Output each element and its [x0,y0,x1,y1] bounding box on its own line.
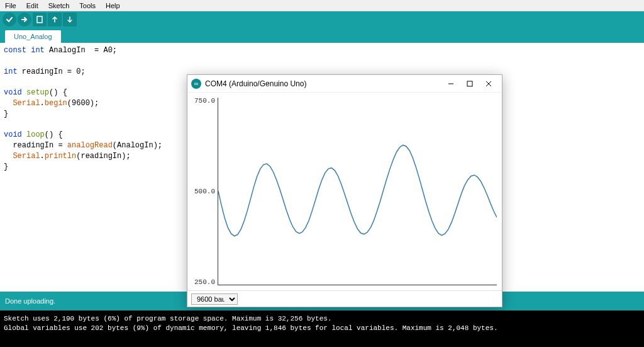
code-token: readingIn = 0; [18,67,86,76]
plot-y-axis: 750.0 500.0 250.0 [189,93,218,290]
code-token: . [40,152,45,161]
code-token: void [4,88,22,97]
code-token: const [4,46,26,55]
svg-rect-2 [467,81,472,86]
tab-bar: Uno_Analog [0,28,644,43]
code-token: int [26,46,45,55]
code-token: void [4,130,22,139]
menu-edit[interactable]: Edit [24,2,41,9]
toolbar [0,11,644,28]
serial-plotter-window: ∞ COM4 (Arduino/Genuino Uno) 750.0 500.0… [187,74,502,307]
y-tick-label: 500.0 [194,188,215,195]
svg-rect-0 [37,16,42,23]
code-token: analogRead [67,141,113,150]
menu-tools[interactable]: Tools [77,2,98,9]
plotter-titlebar[interactable]: ∞ COM4 (Arduino/Genuino Uno) [187,75,502,93]
code-token: } [4,162,8,171]
y-tick-label: 250.0 [194,278,215,286]
upload-button[interactable] [18,13,31,26]
code-token: println [45,152,76,161]
code-token: int [4,67,18,76]
console: Sketch uses 2,190 bytes (6%) of program … [0,310,644,347]
code-token: (readingIn); [76,152,130,161]
code-token: } [4,110,8,118]
code-token: loop [22,130,45,139]
plot-series-line [218,145,497,236]
arduino-icon: ∞ [191,79,201,89]
menu-sketch[interactable]: Sketch [46,2,72,9]
code-token: . [40,99,45,108]
code-token: (AnalogIn); [113,141,162,150]
code-token: (9600); [67,99,99,108]
y-tick-label: 750.0 [194,97,215,105]
code-token: readingIn = [4,141,67,150]
console-line: Sketch uses 2,190 bytes (6%) of program … [4,314,640,324]
status-text: Done uploading. [5,297,55,305]
save-sketch-button[interactable] [63,13,77,26]
close-button[interactable] [479,77,498,91]
plotter-title: COM4 (Arduino/Genuino Uno) [205,79,441,88]
new-sketch-button[interactable] [33,13,47,26]
maximize-button[interactable] [460,77,479,91]
code-token: Serial [4,152,40,161]
console-line: Global variables use 202 bytes (9%) of d… [4,324,640,333]
code-token: AnalogIn = A0; [45,46,117,55]
code-token: () { [49,88,67,97]
menubar: File Edit Sketch Tools Help [0,0,644,11]
verify-button[interactable] [3,13,16,26]
plot-canvas [218,98,497,285]
minimize-button[interactable] [441,77,460,91]
code-token: setup [22,88,49,97]
plotter-footer: 9600 baud [187,290,502,307]
code-token: Serial [4,99,40,108]
code-token: begin [45,99,67,108]
menu-file[interactable]: File [3,2,19,9]
baud-select[interactable]: 9600 baud [191,293,238,305]
open-sketch-button[interactable] [48,13,62,26]
menu-help[interactable]: Help [103,2,123,9]
code-token: () { [45,130,63,139]
plot-area: 750.0 500.0 250.0 [187,93,502,290]
plot-line-chart [218,98,497,285]
tab-uno-analog[interactable]: Uno_Analog [5,30,61,43]
